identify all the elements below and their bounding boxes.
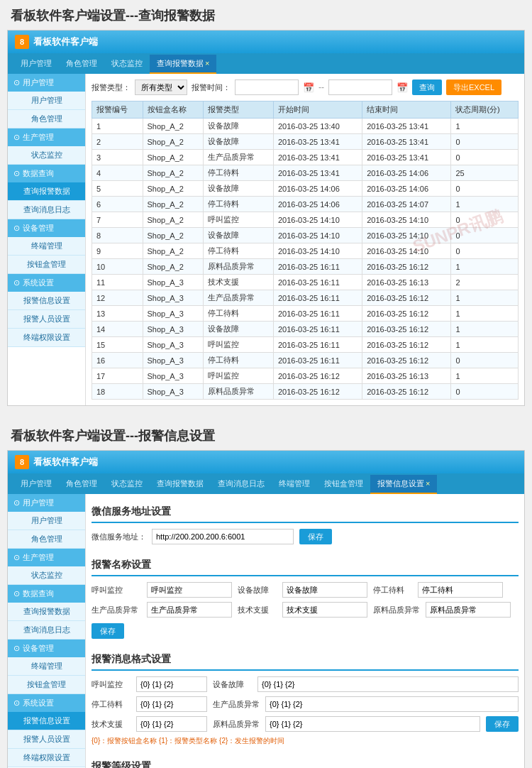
sidebar2-item-user[interactable]: 用户管理 — [8, 512, 85, 530]
app-title-2: 看板软件客户端 — [33, 456, 98, 468]
col-end-time: 结束时间 — [362, 102, 451, 119]
screen1-title: 看板软件客户端设置---查询报警数据 — [0, 0, 532, 30]
table-row: 2Shop_A_2设备故障2016-03-25 13:412016-03-25 … — [92, 134, 519, 150]
filter-date-end[interactable] — [328, 79, 392, 95]
tab-close-icon-1[interactable]: × — [205, 59, 209, 67]
table-row: 12Shop_A_3生产品质异常2016-03-25 16:112016-03-… — [92, 290, 519, 306]
sidebar2-item-role[interactable]: 角色管理 — [8, 530, 85, 549]
alarm-name-label-5: 原料品质异常 — [373, 605, 420, 615]
table-row: 3Shop_A_2生产品质异常2016-03-25 13:412016-03-2… — [92, 150, 519, 165]
tab2-close-icon[interactable]: × — [426, 479, 430, 488]
sidebar-item-msg-log[interactable]: 查询消息日志 — [8, 201, 85, 219]
format-row-1: 停工待料 生产品质异常 — [92, 696, 519, 712]
table-row: 1Shop_A_2设备故障2016-03-25 13:402016-03-25 … — [92, 119, 519, 134]
alarm-name-label-1: 设备故障 — [238, 585, 277, 596]
table-row: 14Shop_A_3设备故障2016-03-25 16:112016-03-25… — [92, 322, 519, 337]
sidebar2-group-sys: ⊙ 系统设置 — [8, 694, 85, 712]
alarm-name-label-4: 技术支援 — [238, 605, 277, 615]
format-label-1b: 生产品质异常 — [213, 699, 260, 710]
app-header-2: 8 看板软件客户端 — [8, 451, 524, 473]
sidebar-item-alarm-query[interactable]: 查询报警数据 — [8, 182, 85, 201]
alarm-name-save-button[interactable]: 保存 — [92, 623, 124, 639]
tab2-alarm-query[interactable]: 查询报警数据 — [150, 475, 211, 494]
export-excel-button[interactable]: 导出EXCEL — [446, 79, 501, 95]
format-label-0: 呼叫监控 — [92, 679, 131, 690]
sidebar-item-alarm-person[interactable]: 报警人员设置 — [8, 310, 85, 329]
sidebar-group-device: ⊙ 设备管理 — [8, 219, 85, 237]
sidebar-item-alarm-info[interactable]: 报警信息设置 — [8, 292, 85, 310]
chevron-icon-5: ⊙ — [13, 278, 20, 287]
table-row: 18Shop_A_3原料品质异常2016-03-25 16:122016-03-… — [92, 384, 519, 400]
format-label-2b: 原料品质异常 — [213, 719, 260, 730]
filter-type-select[interactable]: 所有类型 — [135, 79, 187, 95]
sidebar2-item-alarm-info[interactable]: 报警信息设置 — [8, 712, 85, 730]
tab2-role[interactable]: 角色管理 — [59, 475, 104, 494]
sidebar-item-button-box[interactable]: 按钮盒管理 — [8, 256, 85, 274]
sidebar2-group-device: ⊙ 设备管理 — [8, 640, 85, 657]
filter-time-label: 报警时间： — [192, 82, 231, 93]
app-logo-1: 8 — [15, 35, 29, 49]
tab-user-mgmt-1[interactable]: 用户管理 — [13, 55, 59, 74]
alarm-name-input-4[interactable] — [282, 602, 367, 618]
table-row: 11Shop_A_3技术支援2016-03-25 16:112016-03-25… — [92, 275, 519, 290]
screen2-title: 看板软件客户端设置---报警信息设置 — [0, 420, 532, 450]
alarm-name-input-0[interactable] — [147, 582, 232, 598]
tab2-user[interactable]: 用户管理 — [13, 475, 59, 494]
format-input-1b[interactable] — [265, 696, 519, 712]
sidebar2-item-terminal-perm[interactable]: 终端权限设置 — [8, 749, 85, 767]
alarm-name-input-3[interactable] — [147, 602, 232, 618]
filter-type-label: 报警类型： — [92, 82, 131, 93]
tab-alarm-query-1[interactable]: 查询报警数据× — [150, 55, 216, 74]
sidebar2-item-btnbox[interactable]: 按钮盒管理 — [8, 676, 85, 694]
filter-bar: 报警类型： 所有类型 报警时间： 📅 -- 📅 查询 导出EXCEL — [92, 79, 519, 95]
query-button[interactable]: 查询 — [412, 79, 442, 95]
tab2-button-box[interactable]: 按钮盒管理 — [317, 475, 370, 494]
wechat-save-button[interactable]: 保存 — [299, 529, 332, 544]
format-title: 报警消息格式设置 — [92, 647, 519, 671]
sidebar-group-user: ⊙ 用户管理 — [8, 74, 85, 92]
tab-role-mgmt-1[interactable]: 角色管理 — [59, 55, 104, 74]
wechat-url-input[interactable] — [152, 529, 294, 544]
filter-date-start[interactable] — [235, 79, 299, 95]
app-logo-2: 8 — [15, 455, 29, 469]
chevron-icon-3: ⊙ — [13, 169, 20, 178]
chevron2-icon-2: ⊙ — [13, 553, 20, 562]
sidebar-item-terminal[interactable]: 终端管理 — [8, 237, 85, 256]
alarm-name-input-1[interactable] — [282, 582, 367, 598]
sidebar-item-role-mgmt[interactable]: 角色管理 — [8, 110, 85, 128]
sidebar2-item-msg-log[interactable]: 查询消息日志 — [8, 621, 85, 640]
sidebar2-item-alarm-person[interactable]: 报警人员设置 — [8, 730, 85, 749]
alarm-name-input-2[interactable] — [418, 582, 503, 598]
sidebar-item-user-mgmt[interactable]: 用户管理 — [8, 92, 85, 110]
format-save-button[interactable]: 保存 — [486, 716, 519, 732]
alarm-name-label-2: 停工待料 — [373, 585, 412, 596]
sidebar2-item-terminal[interactable]: 终端管理 — [8, 657, 85, 676]
alarm-table: 报警编号 按钮盒名称 报警类型 开始时间 结束时间 状态周期(分) 1Shop_… — [92, 101, 519, 400]
col-id: 报警编号 — [92, 102, 143, 119]
sidebar2-item-alarm-q[interactable]: 查询报警数据 — [8, 603, 85, 621]
col-box-name: 按钮盒名称 — [143, 102, 203, 119]
sidebar-item-terminal-perm[interactable]: 终端权限设置 — [8, 329, 85, 347]
tab2-msg-log[interactable]: 查询消息日志 — [211, 475, 272, 494]
format-hint: {0}：报警按钮盒名称 {1}：报警类型名称 {2}：发生报警的时间 — [92, 736, 519, 746]
table-row: 15Shop_A_3呼叫监控2016-03-25 16:112016-03-25… — [92, 337, 519, 353]
format-input-2[interactable] — [136, 716, 207, 732]
format-input-0b[interactable] — [257, 676, 519, 692]
alarm-name-input-5[interactable] — [426, 602, 511, 618]
format-label-1: 停工待料 — [92, 699, 131, 710]
nav-tabs-2: 用户管理 角色管理 状态监控 查询报警数据 查询消息日志 终端管理 按钮盒管理 … — [8, 473, 524, 494]
chevron2-icon: ⊙ — [13, 498, 20, 508]
sidebar2-item-status[interactable]: 状态监控 — [8, 566, 85, 585]
chevron-icon: ⊙ — [13, 78, 20, 87]
main-content-1: 报警类型： 所有类型 报警时间： 📅 -- 📅 查询 导出EXCEL 报 — [86, 74, 524, 405]
tab2-status[interactable]: 状态监控 — [104, 475, 150, 494]
sidebar-item-status[interactable]: 状态监控 — [8, 146, 85, 165]
tab-status-monitor-1[interactable]: 状态监控 — [104, 55, 150, 74]
format-input-1[interactable] — [136, 696, 207, 712]
format-input-0[interactable] — [136, 676, 207, 692]
tab2-terminal[interactable]: 终端管理 — [272, 475, 317, 494]
table-row: 16Shop_A_3停工待料2016-03-25 16:112016-03-25… — [92, 353, 519, 368]
format-input-2b[interactable] — [265, 716, 480, 732]
tab2-alarm-info[interactable]: 报警信息设置× — [370, 475, 437, 494]
format-label-2: 技术支援 — [92, 719, 131, 730]
